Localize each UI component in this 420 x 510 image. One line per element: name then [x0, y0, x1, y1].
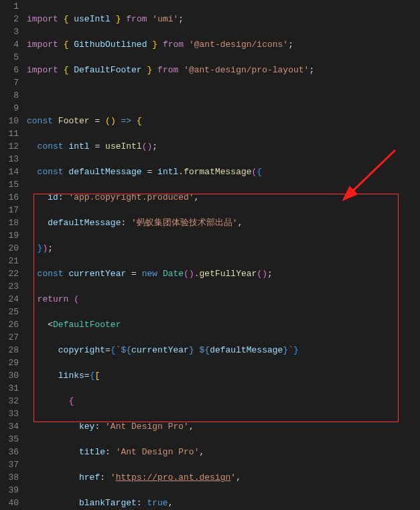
line-number: 6	[5, 64, 19, 76]
code-line	[27, 89, 415, 102]
line-number: 23	[5, 280, 19, 293]
code-line: <DefaultFooter	[27, 318, 415, 331]
line-number: 40	[5, 497, 19, 509]
code-line: const Footer = () => {	[27, 115, 415, 127]
line-number: 14	[5, 166, 19, 178]
line-number: 29	[5, 357, 19, 369]
line-number: 16	[5, 191, 19, 204]
line-number: 35	[5, 433, 19, 446]
line-number: 2	[5, 13, 19, 25]
line-number: 8	[5, 89, 19, 102]
line-number: 28	[5, 344, 19, 357]
code-line: const defaultMessage = intl.formatMessag…	[27, 166, 415, 178]
line-number: 31	[5, 382, 19, 395]
line-number: 22	[5, 267, 19, 280]
code-line: const intl = useIntl();	[27, 140, 415, 153]
code-line: import { GithubOutlined } from '@ant-des…	[27, 38, 415, 51]
line-number: 18	[5, 216, 19, 229]
line-number: 39	[5, 484, 19, 497]
line-number: 5	[5, 51, 19, 64]
line-number: 30	[5, 369, 19, 382]
line-number: 15	[5, 178, 19, 191]
code-editor[interactable]: 1234567891011121314151617181920212223242…	[0, 0, 420, 510]
code-area[interactable]: import { useIntl } from 'umi'; import { …	[27, 0, 420, 510]
line-number: 26	[5, 318, 19, 331]
line-number: 25	[5, 306, 19, 318]
code-line: copyright={`${currentYear} ${defaultMess…	[27, 344, 415, 357]
line-number: 7	[5, 76, 19, 89]
code-line: defaultMessage: '蚂蚁集团体验技术部出品',	[27, 216, 415, 229]
code-line: href: 'https://pro.ant.design',	[27, 471, 415, 484]
line-number: 11	[5, 127, 19, 140]
line-number: 3	[5, 25, 19, 38]
line-number: 37	[5, 458, 19, 471]
line-number: 27	[5, 331, 19, 344]
line-number: 21	[5, 255, 19, 267]
code-line: });	[27, 242, 415, 255]
code-line: blankTarget: true,	[27, 497, 415, 509]
line-number: 12	[5, 140, 19, 153]
line-number: 13	[5, 153, 19, 166]
code-line: title: 'Ant Design Pro',	[27, 446, 415, 458]
code-line: key: 'Ant Design Pro',	[27, 420, 415, 433]
line-number: 19	[5, 229, 19, 242]
line-number: 20	[5, 242, 19, 255]
code-line: return (	[27, 293, 415, 306]
code-line: id: 'app.copyright.produced',	[27, 191, 415, 204]
line-number: 33	[5, 407, 19, 420]
line-number: 9	[5, 102, 19, 115]
line-number: 17	[5, 204, 19, 216]
code-line: import { DefaultFooter } from '@ant-desi…	[27, 64, 415, 76]
code-line: import { useIntl } from 'umi';	[27, 13, 415, 25]
line-number: 24	[5, 293, 19, 306]
line-gutter: 1234567891011121314151617181920212223242…	[0, 0, 27, 510]
line-number: 34	[5, 420, 19, 433]
code-line: links={[	[27, 369, 415, 382]
code-line: {	[27, 395, 415, 407]
code-line: const currentYear = new Date().getFullYe…	[27, 267, 415, 280]
line-number: 38	[5, 471, 19, 484]
line-number: 1	[5, 0, 19, 13]
line-number: 32	[5, 395, 19, 407]
line-number: 4	[5, 38, 19, 51]
line-number: 36	[5, 446, 19, 458]
line-number: 10	[5, 115, 19, 127]
